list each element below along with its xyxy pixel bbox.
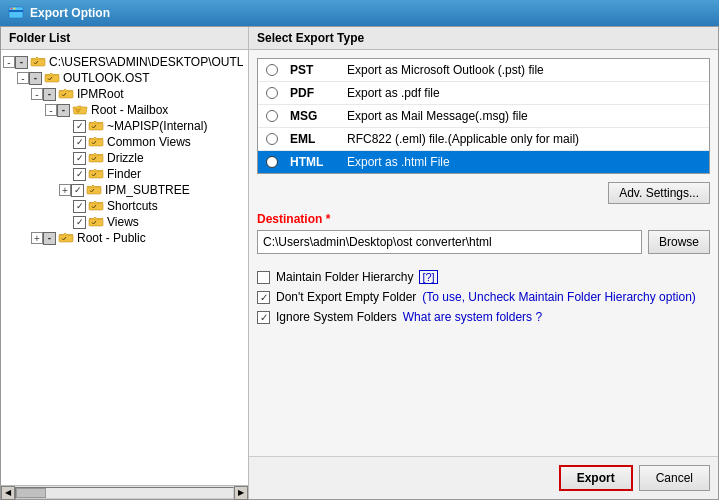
expand-spacer: [59, 167, 73, 181]
svg-rect-4: [31, 59, 45, 66]
tree-item[interactable]: Common Views: [3, 134, 246, 150]
export-type-name-pst: PST: [290, 63, 335, 77]
adv-settings-row: Adv. Settings...: [249, 178, 718, 208]
folder-tree[interactable]: --C:\USERS\ADMIN\DESKTOP\OUTL--OUTLOOK.O…: [1, 50, 248, 485]
tree-checkbox[interactable]: -: [57, 104, 70, 117]
folder-icon: [88, 216, 104, 228]
export-type-name-eml: EML: [290, 132, 335, 146]
svg-rect-11: [87, 187, 101, 194]
option-label-dont-export-empty: Don't Export Empty Folder: [276, 290, 416, 304]
tree-item-label: Drizzle: [107, 151, 144, 165]
folder-icon: [72, 104, 88, 116]
tree-item[interactable]: --C:\USERS\ADMIN\DESKTOP\OUTL: [3, 54, 246, 70]
tree-item-label: Shortcuts: [107, 199, 158, 213]
destination-label: Destination *: [257, 212, 710, 226]
tree-item[interactable]: --IPMRoot: [3, 86, 246, 102]
horizontal-scrollbar[interactable]: ◀ ▶: [1, 485, 248, 499]
export-type-desc-html: Export as .html File: [347, 155, 450, 169]
collapse-button[interactable]: -: [31, 88, 43, 100]
collapse-button[interactable]: -: [17, 72, 29, 84]
expand-spacer: [59, 199, 73, 213]
extra-link-dont-export-empty[interactable]: (To use, Uncheck Maintain Folder Hierarc…: [422, 290, 695, 304]
bottom-bar: Export Cancel: [249, 456, 718, 499]
export-type-desc-eml: RFC822 (.eml) file.(Applicable only for …: [347, 132, 579, 146]
tree-checkbox[interactable]: -: [29, 72, 42, 85]
tree-item[interactable]: +IPM_SUBTREE: [3, 182, 246, 198]
browse-button[interactable]: Browse: [648, 230, 710, 254]
folder-icon: [88, 200, 104, 212]
extra-link-ignore-system[interactable]: What are system folders ?: [403, 310, 542, 324]
option-row-dont-export-empty: Don't Export Empty Folder(To use, Unchec…: [257, 290, 710, 304]
tree-checkbox[interactable]: [73, 136, 86, 149]
destination-label-text: Destination: [257, 212, 322, 226]
tree-item-label: ~MAPISP(Internal): [107, 119, 207, 133]
tree-item[interactable]: Finder: [3, 166, 246, 182]
export-type-row-html[interactable]: HTMLExport as .html File: [258, 151, 709, 173]
collapse-button[interactable]: -: [3, 56, 15, 68]
folder-icon: [88, 152, 104, 164]
help-link-maintain-hierarchy[interactable]: [?]: [419, 270, 437, 284]
export-type-row-eml[interactable]: EMLRFC822 (.eml) file.(Applicable only f…: [258, 128, 709, 151]
tree-item[interactable]: --Root - Mailbox: [3, 102, 246, 118]
app-icon: [8, 5, 24, 21]
expand-button[interactable]: +: [31, 232, 43, 244]
scroll-left-arrow[interactable]: ◀: [1, 486, 15, 500]
required-marker: *: [326, 212, 331, 226]
option-checkbox-maintain-hierarchy[interactable]: [257, 271, 270, 284]
tree-checkbox[interactable]: -: [43, 232, 56, 245]
tree-item-label: Views: [107, 215, 139, 229]
adv-settings-button[interactable]: Adv. Settings...: [608, 182, 710, 204]
export-button[interactable]: Export: [559, 465, 633, 491]
folder-icon: [86, 184, 102, 196]
tree-checkbox[interactable]: [73, 168, 86, 181]
export-type-row-msg[interactable]: MSGExport as Mail Message(.msg) file: [258, 105, 709, 128]
export-type-desc-pst: Export as Microsoft Outlook (.pst) file: [347, 63, 544, 77]
radio-pst[interactable]: [266, 64, 278, 76]
expand-spacer: [59, 151, 73, 165]
tree-checkbox[interactable]: [73, 200, 86, 213]
tree-item-label: Finder: [107, 167, 141, 181]
collapse-button[interactable]: -: [45, 104, 57, 116]
expand-button[interactable]: +: [59, 184, 71, 196]
radio-pdf[interactable]: [266, 87, 278, 99]
radio-eml[interactable]: [266, 133, 278, 145]
tree-item-label: IPM_SUBTREE: [105, 183, 190, 197]
option-label-maintain-hierarchy: Maintain Folder Hierarchy: [276, 270, 413, 284]
destination-input[interactable]: [257, 230, 642, 254]
option-checkbox-dont-export-empty[interactable]: [257, 291, 270, 304]
tree-checkbox[interactable]: [71, 184, 84, 197]
tree-item[interactable]: Views: [3, 214, 246, 230]
tree-checkbox[interactable]: -: [15, 56, 28, 69]
tree-item-label: IPMRoot: [77, 87, 124, 101]
options-section: Maintain Folder Hierarchy[?]Don't Export…: [249, 262, 718, 328]
svg-rect-10: [89, 171, 103, 178]
scrollbar-thumb[interactable]: [16, 488, 46, 498]
export-type-row-pst[interactable]: PSTExport as Microsoft Outlook (.pst) fi…: [258, 59, 709, 82]
export-type-row-pdf[interactable]: PDFExport as .pdf file: [258, 82, 709, 105]
tree-item[interactable]: Shortcuts: [3, 198, 246, 214]
svg-rect-9: [89, 155, 103, 162]
option-row-maintain-hierarchy: Maintain Folder Hierarchy[?]: [257, 270, 710, 284]
scroll-right-arrow[interactable]: ▶: [234, 486, 248, 500]
tree-item-label: OUTLOOK.OST: [63, 71, 150, 85]
export-type-name-html: HTML: [290, 155, 335, 169]
tree-checkbox[interactable]: -: [43, 88, 56, 101]
tree-item[interactable]: ~MAPISP(Internal): [3, 118, 246, 134]
expand-spacer: [59, 135, 73, 149]
tree-item[interactable]: --OUTLOOK.OST: [3, 70, 246, 86]
svg-point-3: [14, 8, 16, 10]
radio-html[interactable]: [266, 156, 278, 168]
tree-checkbox[interactable]: [73, 152, 86, 165]
tree-item[interactable]: +-Root - Public: [3, 230, 246, 246]
option-checkbox-ignore-system[interactable]: [257, 311, 270, 324]
tree-item[interactable]: Drizzle: [3, 150, 246, 166]
tree-checkbox[interactable]: [73, 120, 86, 133]
option-label-ignore-system: Ignore System Folders: [276, 310, 397, 324]
radio-msg[interactable]: [266, 110, 278, 122]
expand-spacer: [59, 119, 73, 133]
tree-checkbox[interactable]: [73, 216, 86, 229]
scrollbar-track[interactable]: [15, 487, 234, 499]
tree-item-label: Root - Mailbox: [91, 103, 168, 117]
cancel-button[interactable]: Cancel: [639, 465, 710, 491]
svg-rect-12: [89, 203, 103, 210]
